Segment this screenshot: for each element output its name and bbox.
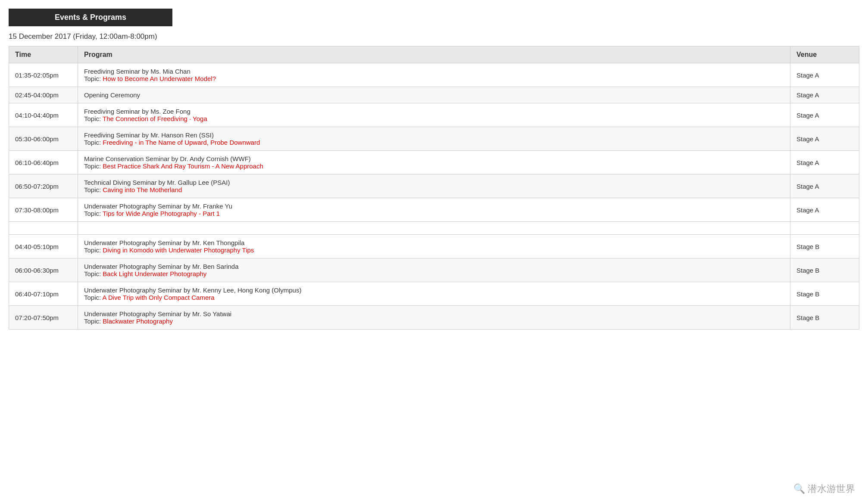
- cell-program: Underwater Photography Seminar by Mr. Ke…: [78, 235, 790, 258]
- cell-time: 06:00-06:30pm: [9, 258, 78, 282]
- program-topic-line: Topic: Best Practice Shark And Ray Touri…: [84, 162, 784, 170]
- program-topic-line: Topic: Tips for Wide Angle Photography -…: [84, 210, 784, 217]
- topic-text: Caving into The Motherland: [103, 186, 182, 193]
- cell-program: Freediving Seminar by Ms. Mia ChanTopic:…: [78, 63, 790, 87]
- table-row: 04:40-05:10pmUnderwater Photography Semi…: [9, 235, 859, 258]
- cell-venue: Stage A: [790, 151, 859, 174]
- cell-time: 06:40-07:10pm: [9, 282, 78, 306]
- cell-venue: Stage B: [790, 235, 859, 258]
- program-title-text: Underwater Photography Seminar by Mr. Ke…: [84, 286, 784, 294]
- program-title-text: Underwater Photography Seminar by Mr. Ke…: [84, 239, 784, 246]
- table-row: 06:50-07:20pmTechnical Diving Seminar by…: [9, 174, 859, 198]
- empty-time: [9, 222, 78, 235]
- cell-program: Freediving Seminar by Ms. Zoe FongTopic:…: [78, 103, 790, 127]
- topic-text: Freediving - in The Name of Upward, Prob…: [103, 139, 260, 146]
- table-row: 04:10-04:40pmFreediving Seminar by Ms. Z…: [9, 103, 859, 127]
- table-row: 07:20-07:50pmUnderwater Photography Semi…: [9, 306, 859, 330]
- table-row: 06:40-07:10pmUnderwater Photography Semi…: [9, 282, 859, 306]
- table-row: [9, 222, 859, 235]
- topic-text: Back Light Underwater Photography: [103, 270, 206, 277]
- col-header-program: Program: [78, 47, 790, 63]
- topic-text: A Dive Trip with Only Compact Camera: [103, 294, 215, 301]
- cell-program: Freediving Seminar by Mr. Hanson Ren (SS…: [78, 127, 790, 151]
- topic-label: Topic:: [84, 139, 103, 146]
- topic-label: Topic:: [84, 75, 103, 82]
- program-title-text: Opening Ceremony: [84, 91, 784, 99]
- program-topic-line: Topic: Freediving - in The Name of Upwar…: [84, 139, 784, 146]
- topic-label: Topic:: [84, 317, 103, 325]
- cell-time: 05:30-06:00pm: [9, 127, 78, 151]
- topic-text: Blackwater Photography: [103, 317, 173, 325]
- cell-venue: Stage A: [790, 87, 859, 103]
- col-header-time: Time: [9, 47, 78, 63]
- table-row: 07:30-08:00pmUnderwater Photography Semi…: [9, 198, 859, 222]
- topic-label: Topic:: [84, 210, 103, 217]
- empty-program: [78, 222, 790, 235]
- cell-program: Underwater Photography Seminar by Mr. Ke…: [78, 282, 790, 306]
- topic-text: Diving in Komodo with Underwater Photogr…: [103, 246, 254, 254]
- topic-label: Topic:: [84, 115, 103, 122]
- events-table: Time Program Venue 01:35-02:05pmFreedivi…: [9, 46, 859, 330]
- cell-program: Marine Conservation Seminar by Dr. Andy …: [78, 151, 790, 174]
- program-title-text: Underwater Photography Seminar by Mr. So…: [84, 310, 784, 317]
- cell-time: 06:50-07:20pm: [9, 174, 78, 198]
- program-topic-line: Topic: Blackwater Photography: [84, 317, 784, 325]
- cell-venue: Stage A: [790, 198, 859, 222]
- cell-time: 04:10-04:40pm: [9, 103, 78, 127]
- program-topic-line: Topic: Back Light Underwater Photography: [84, 270, 784, 277]
- program-topic-line: Topic: The Connection of Freediving · Yo…: [84, 115, 784, 122]
- program-topic-line: Topic: Caving into The Motherland: [84, 186, 784, 193]
- program-title-text: Freediving Seminar by Ms. Mia Chan: [84, 68, 784, 75]
- table-row: 01:35-02:05pmFreediving Seminar by Ms. M…: [9, 63, 859, 87]
- header-title-wrapper: Events & Programs: [9, 9, 859, 32]
- program-title-text: Technical Diving Seminar by Mr. Gallup L…: [84, 179, 784, 186]
- cell-venue: Stage A: [790, 103, 859, 127]
- cell-time: 02:45-04:00pm: [9, 87, 78, 103]
- cell-venue: Stage A: [790, 174, 859, 198]
- topic-label: Topic:: [84, 270, 103, 277]
- topic-text: Best Practice Shark And Ray Tourism - A …: [103, 162, 263, 170]
- table-row: 02:45-04:00pmOpening CeremonyStage A: [9, 87, 859, 103]
- program-topic-line: Topic: Diving in Komodo with Underwater …: [84, 246, 784, 254]
- table-row: 06:10-06:40pmMarine Conservation Seminar…: [9, 151, 859, 174]
- topic-text: Tips for Wide Angle Photography - Part 1: [103, 210, 220, 217]
- topic-label: Topic:: [84, 162, 103, 170]
- table-header-row: Time Program Venue: [9, 47, 859, 63]
- cell-venue: Stage A: [790, 127, 859, 151]
- empty-venue: [790, 222, 859, 235]
- cell-time: 07:30-08:00pm: [9, 198, 78, 222]
- program-topic-line: Topic: How to Become An Underwater Model…: [84, 75, 784, 82]
- cell-program: Underwater Photography Seminar by Mr. Be…: [78, 258, 790, 282]
- col-header-venue: Venue: [790, 47, 859, 63]
- cell-program: Technical Diving Seminar by Mr. Gallup L…: [78, 174, 790, 198]
- cell-time: 04:40-05:10pm: [9, 235, 78, 258]
- program-title-text: Underwater Photography Seminar by Mr. Fr…: [84, 202, 784, 210]
- topic-label: Topic:: [84, 186, 103, 193]
- program-title-text: Freediving Seminar by Mr. Hanson Ren (SS…: [84, 131, 784, 139]
- program-topic-line: Topic: A Dive Trip with Only Compact Cam…: [84, 294, 784, 301]
- program-title-text: Underwater Photography Seminar by Mr. Be…: [84, 263, 784, 270]
- page-title: Events & Programs: [9, 9, 172, 26]
- topic-text: How to Become An Underwater Model?: [103, 75, 216, 82]
- program-title-text: Freediving Seminar by Ms. Zoe Fong: [84, 108, 784, 115]
- program-title-text: Marine Conservation Seminar by Dr. Andy …: [84, 155, 784, 162]
- topic-text: The Connection of Freediving · Yoga: [103, 115, 207, 122]
- cell-program: Opening Ceremony: [78, 87, 790, 103]
- cell-venue: Stage B: [790, 282, 859, 306]
- topic-label: Topic:: [84, 246, 103, 254]
- cell-program: Underwater Photography Seminar by Mr. So…: [78, 306, 790, 330]
- topic-label: Topic:: [84, 294, 103, 301]
- event-date: 15 December 2017 (Friday, 12:00am-8:00pm…: [9, 32, 859, 41]
- cell-venue: Stage B: [790, 306, 859, 330]
- cell-program: Underwater Photography Seminar by Mr. Fr…: [78, 198, 790, 222]
- table-row: 05:30-06:00pmFreediving Seminar by Mr. H…: [9, 127, 859, 151]
- cell-time: 01:35-02:05pm: [9, 63, 78, 87]
- cell-venue: Stage B: [790, 258, 859, 282]
- cell-time: 06:10-06:40pm: [9, 151, 78, 174]
- cell-venue: Stage A: [790, 63, 859, 87]
- cell-time: 07:20-07:50pm: [9, 306, 78, 330]
- table-row: 06:00-06:30pmUnderwater Photography Semi…: [9, 258, 859, 282]
